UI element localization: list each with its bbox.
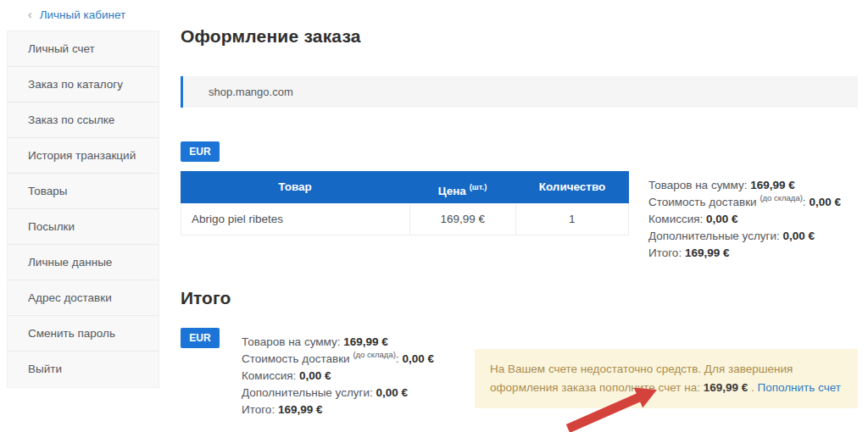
summary-line-grand-total: Итого: 169,99 €	[648, 241, 841, 258]
sidebar-item-personal-data[interactable]: Личные данные	[8, 245, 159, 280]
sidebar: Личный счет Заказ по каталогу Заказ по с…	[7, 30, 159, 388]
summary-line-shipping: Стоимость доставки (до склада): 0,00 €	[242, 346, 434, 363]
summary-line-extra-services: Дополнительные услуги: 0,00 €	[242, 380, 434, 397]
sidebar-item-change-password[interactable]: Сменить пароль	[8, 316, 159, 352]
summary-line-total-items: Товаров на сумму: 169,99 €	[242, 330, 434, 346]
summary-line-shipping: Стоимость доставки (до склада): 0,00 €	[648, 190, 841, 207]
column-header-product: Товар	[181, 171, 409, 203]
column-header-quantity: Количество	[515, 171, 629, 203]
currency-button-eur-total[interactable]: EUR	[181, 328, 220, 348]
price-cell: 169,99 €	[409, 203, 515, 235]
sidebar-item-catalog-order[interactable]: Заказ по каталогу	[8, 67, 159, 102]
quantity-cell: 1	[515, 203, 628, 235]
chevron-left-icon: ‹	[28, 8, 32, 21]
summary-line-total-items: Товаров на сумму: 169,99 €	[648, 173, 841, 190]
sidebar-item-products[interactable]: Товары	[8, 174, 159, 209]
back-link[interactable]: ‹Личный кабинет	[28, 8, 125, 21]
main-content: Оформление заказа shop.mango.com EUR Тов…	[181, 0, 868, 432]
page-title: Оформление заказа	[181, 26, 361, 47]
insufficient-funds-warning: На Вашем счете недостаточно средств. Для…	[475, 349, 858, 408]
table-row: Abrigo piel ribetes 169,99 € 1	[181, 203, 629, 235]
order-table-header: Товар Цена (шт.) Количество	[181, 171, 629, 203]
summary-line-extra-services: Дополнительные услуги: 0,00 €	[648, 224, 841, 241]
warning-separator: .	[748, 381, 757, 394]
checkout-page: ‹Личный кабинет Личный счет Заказ по кат…	[0, 0, 868, 432]
shop-name: shop.mango.com	[209, 86, 293, 98]
summary-line-commission: Комиссия: 0,00 €	[242, 363, 434, 380]
sidebar-item-delivery-address[interactable]: Адрес доставки	[8, 280, 159, 316]
column-header-price: Цена (шт.)	[409, 171, 515, 203]
price-header-unit: (шт.)	[470, 182, 487, 191]
shop-bar: shop.mango.com	[181, 76, 858, 108]
warning-amount: 169,99 €	[704, 381, 748, 394]
product-name-cell: Abrigo piel ribetes	[181, 203, 409, 235]
price-header-label: Цена	[438, 185, 470, 197]
total-section-title: Итого	[181, 288, 231, 308]
sidebar-item-link-order[interactable]: Заказ по ссылке	[8, 102, 159, 138]
total-summary: Товаров на сумму: 169,99 € Стоимость дос…	[242, 330, 434, 414]
order-table: Товар Цена (шт.) Количество Abrigo piel …	[181, 171, 629, 235]
order-summary: Товаров на сумму: 169,99 € Стоимость дос…	[648, 173, 841, 258]
sidebar-item-logout[interactable]: Выйти	[8, 352, 159, 387]
back-link-label: Личный кабинет	[40, 8, 126, 21]
summary-line-grand-total: Итого: 169,99 €	[242, 397, 434, 414]
sidebar-item-personal-account[interactable]: Личный счет	[8, 31, 159, 67]
sidebar-item-transaction-history[interactable]: История транзакций	[8, 138, 159, 174]
currency-button-eur[interactable]: EUR	[181, 141, 220, 162]
summary-line-commission: Комиссия: 0,00 €	[648, 207, 841, 224]
top-up-account-link[interactable]: Пополнить счет	[757, 381, 840, 394]
sidebar-item-parcels[interactable]: Посылки	[8, 209, 159, 245]
